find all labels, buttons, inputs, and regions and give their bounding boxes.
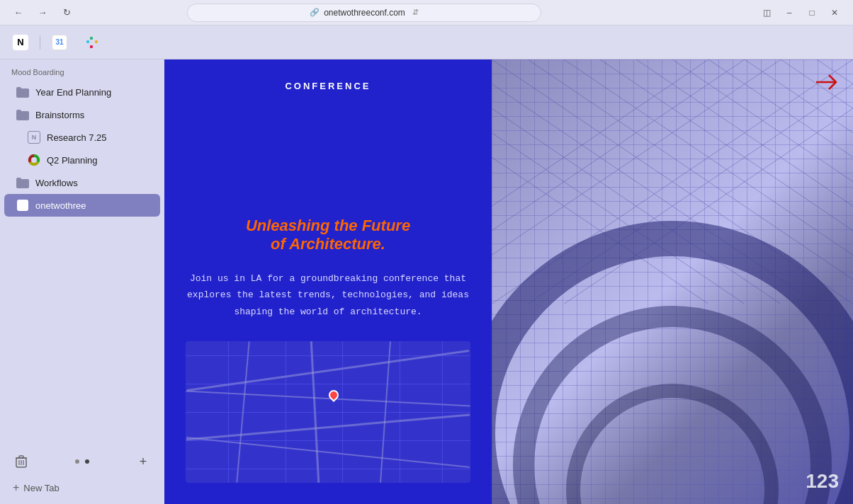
browser-chrome: ← → ↻ 🔗 onetwothreeconf.com ⇵ ◫ – □ ✕ [0,0,853,25]
svg-rect-0 [86,40,89,43]
sidebar-item-onetwothree[interactable]: onetwothree [4,194,160,217]
forward-button[interactable]: → [33,3,52,23]
svg-rect-13 [17,200,28,211]
conference-description: Join us in LA for a groundbreaking confe… [186,270,470,320]
conference-title: CONFERENCE [186,81,470,91]
sidebar-footer: + [0,446,164,477]
svg-rect-4 [90,40,93,43]
plus-icon: + [13,481,19,494]
next-arrow-button[interactable] [816,74,839,91]
page-number-watermark: 123 [806,470,839,493]
sidebar: Mood Boarding Year End Planning Brainsto… [0,59,164,504]
map-line [442,341,443,483]
tab-notion[interactable]: N [6,30,35,55]
browser-controls: ← → ↻ [9,3,77,23]
slack-icon [84,35,100,50]
tab-slack[interactable] [77,30,107,55]
tagline-line1: Unleashing the Future [186,217,470,235]
map-line [228,341,229,483]
conference-right-panel: 123 [492,59,853,504]
calendar-icon: 31 [52,35,67,50]
minimize-button[interactable]: – [779,3,799,23]
folder-icon-workflows [16,176,30,190]
arch-image: 123 [492,59,853,504]
folder-icon-brainstorms [16,108,30,122]
dot-1 [75,459,79,464]
sidebar-toggle-button[interactable]: ◫ [757,3,776,23]
map-line [342,341,343,483]
map-pin [329,390,339,400]
tab-calendar[interactable]: 31 [45,30,74,55]
folder-icon [16,85,30,99]
window-controls: ◫ – □ ✕ [757,3,844,23]
sidebar-item-brainstorms[interactable]: Brainstorms [4,103,160,126]
svg-point-10 [31,157,37,163]
sidebar-item-workflows[interactable]: Workflows [4,171,160,194]
address-bar[interactable]: 🔗 onetwothreeconf.com ⇵ [187,4,541,22]
conference-left-panel: CONFERENCE Unleashing the Future of Arch… [164,59,492,504]
close-button[interactable]: ✕ [825,3,844,23]
conference-tagline: Unleashing the Future of Architecture. [186,217,470,253]
sidebar-item-q2-label: Q2 Planning [47,155,98,166]
sidebar-item-q2[interactable]: Q2 Planning [4,149,160,171]
link-icon: 🔗 [310,8,320,17]
svg-rect-3 [90,45,93,48]
map-grid [186,341,470,483]
content-area: CONFERENCE Unleashing the Future of Arch… [164,59,853,504]
back-button[interactable]: ← [9,3,28,23]
glass-ceiling [492,59,853,304]
sidebar-section-label: Mood Boarding [0,65,164,81]
sidebar-item-workflows-label: Workflows [35,178,78,188]
tab-bar: N 31 [0,25,853,59]
svg-rect-6 [16,87,21,90]
map-line [400,341,400,483]
website-content: CONFERENCE Unleashing the Future of Arch… [164,59,853,504]
refresh-button[interactable]: ↻ [57,3,77,23]
maximize-button[interactable]: □ [802,3,822,23]
notion-icon: N [13,35,28,50]
main-layout: Mood Boarding Year End Planning Brainsto… [0,59,853,504]
glass-grid-svg [492,59,853,304]
square-icon [16,198,30,212]
cast-icon: ⇵ [412,8,419,17]
add-tab-button[interactable]: + [133,452,153,471]
new-tab-label: New Tab [23,483,59,493]
sidebar-item-brainstorms-label: Brainstorms [35,110,84,120]
sidebar-item-onetwothree-label: onetwothree [35,200,86,211]
sidebar-item-research-label: Research 7.25 [47,132,107,143]
notion-page-icon: N [28,131,40,144]
pagination-dots [37,459,128,464]
sidebar-item-year-end-label: Year End Planning [35,87,111,98]
trash-icon[interactable] [11,452,31,471]
new-tab-button[interactable]: + New Tab [4,477,160,498]
sidebar-item-year-end[interactable]: Year End Planning [4,81,160,103]
svg-rect-2 [95,40,98,43]
address-text: onetwothreeconf.com [324,8,405,18]
sidebar-item-research[interactable]: N Research 7.25 [4,126,160,149]
cycle-icon-q2 [27,153,41,167]
tab-divider [40,35,40,50]
svg-rect-1 [90,37,93,40]
dot-2 [85,459,89,464]
map-area [186,341,470,483]
tagline-line2: of Architecture. [186,235,470,253]
page-icon-research: N [27,130,41,144]
map-line [286,341,286,483]
svg-rect-8 [16,110,21,113]
svg-rect-16 [19,456,23,458]
svg-rect-12 [16,178,21,181]
